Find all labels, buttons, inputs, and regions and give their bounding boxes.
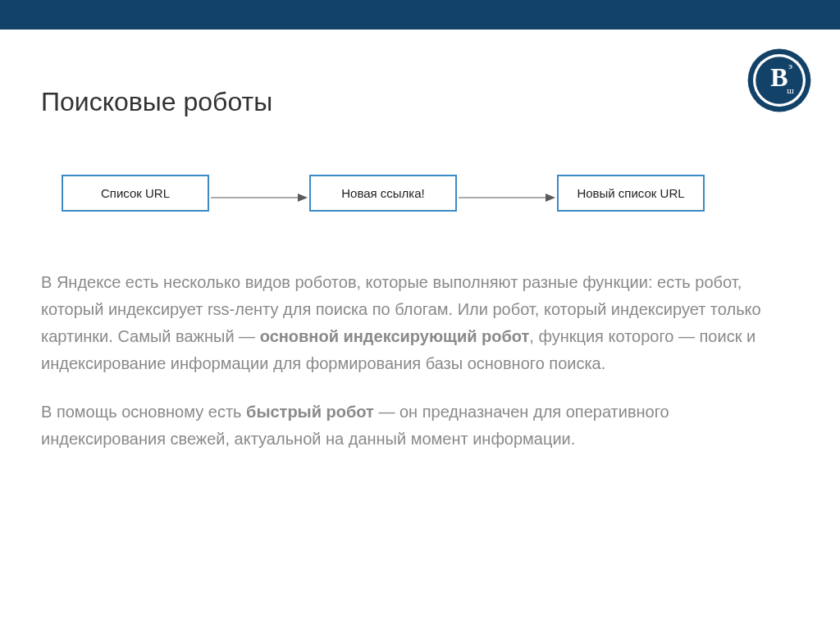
svg-marker-7 bbox=[298, 194, 308, 202]
bold-text: основной индексирующий робот bbox=[260, 327, 530, 345]
bold-text: быстрый робот bbox=[246, 403, 374, 421]
svg-marker-9 bbox=[546, 194, 555, 202]
flow-diagram: Список URL Новая ссылка! Новый список UR… bbox=[62, 175, 799, 212]
arrow-icon bbox=[459, 193, 555, 194]
paragraph-2: В помощь основному есть быстрый робот — … bbox=[41, 399, 796, 453]
slide-title: Поисковые роботы bbox=[41, 87, 799, 117]
diagram-box-new-url-list: Новый список URL bbox=[557, 175, 705, 212]
svg-text:э: э bbox=[788, 61, 792, 71]
header-bar bbox=[0, 0, 840, 30]
diagram-box-url-list: Список URL bbox=[62, 175, 209, 212]
svg-text:В: В bbox=[770, 62, 788, 92]
slide-content: Поисковые роботы Список URL Новая ссылка… bbox=[0, 30, 840, 453]
diagram-box-new-link: Новая ссылка! bbox=[309, 175, 457, 212]
arrow-icon bbox=[211, 193, 308, 194]
text-run: В помощь основному есть bbox=[41, 403, 246, 421]
hse-logo: В э ш bbox=[746, 48, 812, 113]
paragraph-1: В Яндексе есть несколько видов роботов, … bbox=[41, 269, 796, 377]
svg-text:ш: ш bbox=[787, 85, 794, 95]
